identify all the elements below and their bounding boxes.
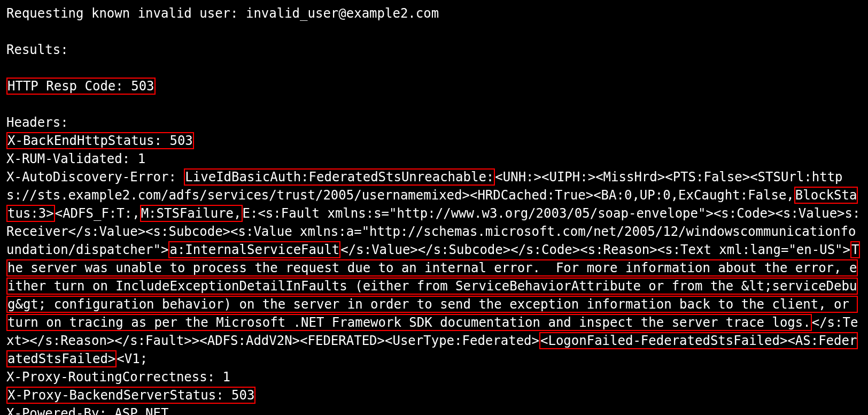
x-powered-by: X-Powered-By: ASP.NET — [6, 406, 168, 415]
http-resp-code-highlight: HTTP Resp Code: 503 — [6, 78, 156, 95]
internalservicefault-highlight: a:InternalServiceFault — [168, 241, 340, 258]
headers-label: Headers: — [6, 115, 68, 130]
liveid-highlight: LiveIdBasicAuth:FederatedStsUnreachable: — [184, 168, 495, 186]
x-proxy-backend-highlight: X-Proxy-BackendServerStatus: 503 — [6, 387, 255, 404]
x-backend-status-highlight: X-BackEndHttpStatus: 503 — [6, 132, 194, 149]
autodisc-seg3: </s:Value></s:Subcode></s:Code><s:Reason… — [340, 242, 850, 257]
results-label: Results: — [6, 42, 68, 57]
x-proxy-routing: X-Proxy-RoutingCorrectness: 1 — [6, 370, 230, 385]
terminal-output: Requesting known invalid user: invalid_u… — [0, 0, 868, 415]
autodisc-tail: <V1; — [117, 351, 148, 366]
autodiscovery-prefix: X-AutoDiscovery-Error: — [6, 170, 184, 185]
adfs-f-seg: <ADFS_F:T:, — [55, 206, 140, 221]
x-rum-validated: X-RUM-Validated: 1 — [6, 151, 145, 166]
request-line: Requesting known invalid user: invalid_u… — [6, 6, 439, 21]
stsfailure-highlight: M:STSFailure, — [140, 205, 243, 222]
